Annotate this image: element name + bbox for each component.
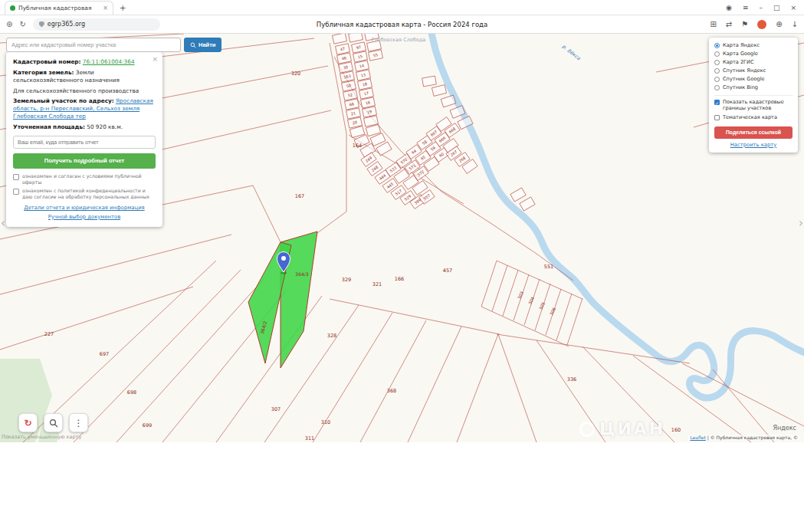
svg-text:66: 66 bbox=[349, 101, 354, 107]
svg-text:336: 336 bbox=[567, 376, 576, 383]
checkbox-icon bbox=[714, 115, 720, 120]
svg-text:16: 16 bbox=[365, 100, 370, 105]
map-settings-link[interactable]: Настроить карту bbox=[730, 142, 777, 148]
svg-text:20: 20 bbox=[352, 120, 357, 125]
checkbox-label: Показать кадастровые границы участков bbox=[723, 99, 793, 112]
manual-docs-link[interactable]: Ручной выбор документов bbox=[13, 213, 156, 222]
svg-text:310: 310 bbox=[321, 419, 330, 425]
apps-grid-icon[interactable]: ⊞ bbox=[710, 20, 716, 28]
cadastral-number-link[interactable]: 76:11:061004:364 bbox=[83, 58, 135, 65]
svg-text:166: 166 bbox=[395, 276, 404, 282]
email-field[interactable] bbox=[13, 136, 156, 149]
search-icon bbox=[190, 42, 196, 48]
prev-chevron-icon[interactable]: ‹ bbox=[1, 218, 5, 229]
layer-option-label: Спутник Bing bbox=[723, 84, 758, 91]
extensions-icon[interactable]: ⊛ bbox=[6, 21, 12, 28]
svg-text:30: 30 bbox=[343, 64, 348, 70]
consent-1-label: ознакомлен и согласен с условиями публич… bbox=[22, 173, 156, 186]
refresh-icon: ↻ bbox=[24, 418, 31, 429]
map-controls: ↻ ⋮ bbox=[18, 413, 88, 432]
watermark-text: ЦИАН bbox=[599, 419, 665, 438]
report-details-link[interactable]: Детали отчета и юридическая информация bbox=[13, 204, 156, 213]
consent-2-label: ознакомлен с политикой конфиденциальност… bbox=[22, 188, 156, 200]
svg-text:227: 227 bbox=[44, 331, 54, 337]
profile-avatar[interactable] bbox=[757, 20, 766, 29]
svg-text:15: 15 bbox=[357, 54, 363, 59]
new-tab-button[interactable]: + bbox=[120, 5, 126, 12]
svg-text:50: 50 bbox=[346, 83, 351, 88]
map-provider-label: Яндекс bbox=[773, 425, 796, 432]
leaflet-link[interactable]: Leaflet bbox=[690, 435, 705, 440]
browser-badge-icon[interactable]: ◉ bbox=[726, 4, 732, 11]
svg-text:311: 311 bbox=[305, 435, 314, 442]
svg-text:167: 167 bbox=[295, 193, 304, 199]
close-window-icon[interactable]: × bbox=[790, 4, 796, 11]
consent-checkbox-1[interactable]: ознакомлен и согласен с условиями публич… bbox=[13, 173, 156, 186]
svg-text:329: 329 bbox=[342, 277, 351, 283]
url-bar[interactable]: egrp365.org bbox=[33, 18, 160, 31]
parcel-info-panel: × Кадастровый номер: 76:11:061004:364 Ка… bbox=[6, 52, 162, 227]
browser-tab[interactable]: Публичная кадастровая × bbox=[5, 1, 113, 15]
layer-option-label: Спутник Яндекс bbox=[723, 67, 766, 74]
settings-row: Настроить карту bbox=[714, 142, 793, 149]
layer-option-label: Спутник Google bbox=[723, 76, 765, 83]
layer-option-6[interactable]: Спутник Bing bbox=[714, 84, 793, 91]
map-search-button[interactable] bbox=[44, 413, 63, 432]
sync-icon[interactable]: ⇄ bbox=[726, 20, 732, 28]
layer-option-5[interactable]: Спутник Google bbox=[714, 76, 793, 83]
layer-checkbox-1[interactable]: ✓Показать кадастровые границы участков bbox=[714, 99, 793, 112]
site-security-icon bbox=[39, 21, 44, 28]
search-button-label: Найти bbox=[199, 41, 215, 48]
map-area[interactable]: 4797461555301416313501852176616211920249… bbox=[0, 34, 804, 442]
window-controls: ◉ ≡ – □ × bbox=[726, 4, 804, 15]
radio-icon bbox=[714, 51, 720, 57]
svg-text:551: 551 bbox=[544, 264, 553, 270]
get-report-button[interactable]: Получить подробный отчет bbox=[13, 153, 156, 169]
share-link-button[interactable]: Поделиться ссылкой bbox=[714, 126, 793, 139]
search-input[interactable] bbox=[6, 38, 181, 52]
toolbar-actions: ⊞ ⇄ ⚑ ⊕ ↓ bbox=[710, 20, 798, 29]
radio-icon bbox=[714, 77, 720, 82]
watermark: ЦИАН bbox=[579, 419, 665, 438]
maximize-icon[interactable]: □ bbox=[773, 4, 780, 11]
layer-option-4[interactable]: Спутник Яндекс bbox=[714, 67, 793, 74]
more-dots-icon: ⋮ bbox=[74, 418, 84, 429]
tab-close-icon[interactable]: × bbox=[103, 5, 108, 11]
attribution-text: | © Публичная кадастровая карта, © bbox=[706, 435, 798, 440]
svg-text:55: 55 bbox=[372, 52, 378, 57]
layer-radio-group: Карта ЯндексКарта GoogleКарта 2ГИССпутни… bbox=[714, 42, 793, 91]
layers-panel: Карта ЯндексКарта GoogleКарта 2ГИССпутни… bbox=[709, 38, 798, 153]
radio-icon bbox=[714, 43, 720, 48]
close-icon[interactable]: × bbox=[152, 54, 158, 64]
search-button[interactable]: Найти bbox=[184, 38, 222, 52]
layer-option-1[interactable]: Карта Яндекс bbox=[714, 42, 793, 49]
svg-text:47: 47 bbox=[340, 46, 345, 51]
layer-checkbox-2[interactable]: Тематическая карта bbox=[714, 114, 793, 121]
svg-text:13: 13 bbox=[360, 72, 366, 77]
info-panel-links: Детали отчета и юридическая информация Р… bbox=[13, 204, 156, 222]
layer-option-label: Карта 2ГИС bbox=[723, 59, 754, 66]
svg-text:457: 457 bbox=[443, 268, 452, 274]
layer-option-3[interactable]: Карта 2ГИС bbox=[714, 59, 793, 66]
minimize-icon[interactable]: – bbox=[759, 4, 763, 11]
next-chevron-icon[interactable]: › bbox=[799, 218, 803, 229]
map-more-button[interactable]: ⋮ bbox=[69, 413, 88, 432]
tab-bar: Публичная кадастровая × + ◉ ≡ – □ × bbox=[0, 0, 804, 15]
map-refresh-button[interactable]: ↻ bbox=[18, 413, 38, 432]
category-label: Категория земель: bbox=[13, 69, 74, 76]
refresh-icon[interactable]: ↻ bbox=[19, 21, 25, 28]
flag-icon[interactable]: ⚑ bbox=[741, 20, 748, 28]
consent-checkbox-2[interactable]: ознакомлен с политикой конфиденциальност… bbox=[13, 188, 156, 200]
svg-text:Глебовская Слобода: Глебовская Слобода bbox=[372, 37, 426, 43]
svg-text:699: 699 bbox=[143, 422, 152, 429]
puzzle-icon[interactable]: ⊕ bbox=[776, 20, 782, 28]
download-icon[interactable]: ↓ bbox=[792, 20, 798, 28]
browser-menu-icon[interactable]: ≡ bbox=[743, 4, 749, 11]
watermark-logo-icon bbox=[579, 422, 595, 437]
map-hint-text: Показать уменьшенную карту bbox=[2, 434, 81, 440]
svg-text:97: 97 bbox=[356, 44, 361, 50]
browser-window: Публичная кадастровая × + ◉ ≡ – □ × ⊛ ↻ … bbox=[0, 0, 804, 532]
layer-option-2[interactable]: Карта Google bbox=[714, 51, 793, 57]
svg-text:21: 21 bbox=[350, 110, 356, 116]
svg-text:320: 320 bbox=[291, 71, 300, 77]
